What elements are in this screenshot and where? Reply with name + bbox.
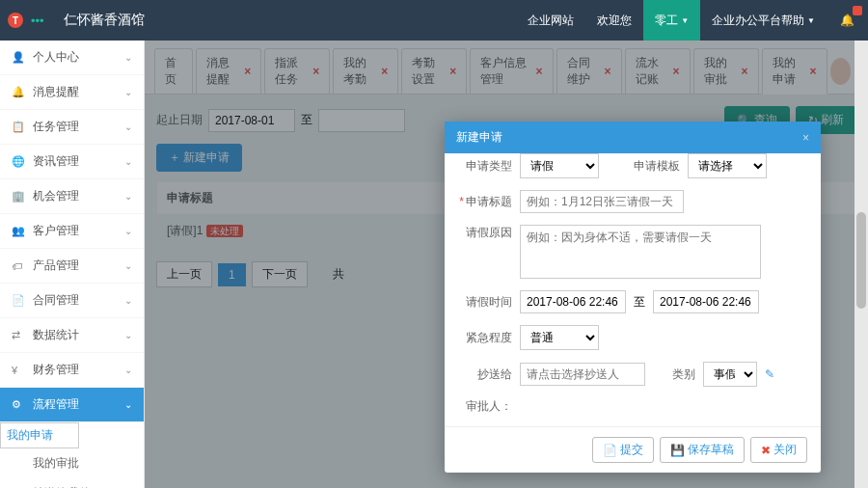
modal-footer: 📄提交 💾保存草稿 ✖关闭 (445, 426, 821, 473)
reason-textarea[interactable] (520, 225, 761, 279)
sidebar-item[interactable]: 🌐资讯管理⌄ (0, 145, 144, 179)
logo-icon: T (8, 13, 23, 28)
file-icon: 📄 (12, 294, 25, 307)
scrollbar-thumb[interactable] (856, 212, 866, 309)
tag-icon: 🏷 (12, 260, 25, 272)
sidebar-sub-my-approve[interactable]: 我的审批 (0, 448, 144, 478)
sidebar-item[interactable]: 📄合同管理⌄ (0, 284, 144, 318)
edit-icon[interactable]: ✎ (765, 367, 774, 381)
top-link-site[interactable]: 企业网站 (516, 0, 585, 41)
top-bar: T ••• 仁怀酱香酒馆 企业网站 欢迎您 零工▼ 企业办公平台帮助▼ 🔔 (0, 0, 868, 41)
category-label: 类别 (672, 366, 695, 383)
brand-title: 仁怀酱香酒馆 (64, 12, 517, 29)
building-icon: 🏢 (12, 190, 25, 203)
shuffle-icon: ⇄ (12, 329, 25, 341)
sidebar-item[interactable]: 👤个人中心⌄ (0, 41, 144, 75)
title-input[interactable] (520, 190, 684, 213)
chevron-down-icon: ⌄ (124, 52, 132, 63)
users-icon: 👥 (12, 225, 25, 237)
close-button[interactable]: ✖关闭 (750, 437, 807, 463)
title-label: *申请标题 (458, 194, 512, 210)
notification-icon[interactable]: 🔔 (827, 0, 868, 41)
chevron-down-icon: ⌄ (124, 87, 132, 97)
chevron-down-icon: ⌄ (124, 365, 132, 375)
sidebar-item[interactable]: ¥财务管理⌄ (0, 353, 144, 388)
globe-icon: 🌐 (12, 155, 25, 168)
category-select[interactable]: 事假 (703, 362, 757, 387)
user-icon: 👤 (12, 51, 25, 64)
chevron-down-icon: ⌄ (124, 122, 132, 132)
bell-icon: 🔔 (12, 86, 25, 98)
reason-label: 请假原因 (458, 225, 512, 241)
caret-down-icon: ▼ (807, 16, 815, 25)
approver-label: 审批人： (458, 398, 512, 415)
notification-badge (853, 6, 862, 15)
sidebar-item[interactable]: 📋任务管理⌄ (0, 110, 144, 145)
urgency-select[interactable]: 普通 (520, 325, 599, 350)
top-link-welcome[interactable]: 欢迎您 (585, 0, 643, 41)
modal-header: 新建申请 × (445, 122, 821, 153)
yen-icon: ¥ (12, 365, 25, 376)
template-select[interactable]: 请选择 (688, 153, 767, 178)
top-link-help[interactable]: 企业办公平台帮助▼ (700, 0, 827, 41)
modal-close-icon[interactable]: × (802, 131, 809, 145)
time-start-input[interactable] (520, 290, 626, 313)
sidebar-item[interactable]: 🏢机会管理⌄ (0, 179, 144, 214)
modal-title: 新建申请 (456, 129, 502, 146)
modal-new-apply: 新建申请 × 申请类型 请假 申请模板 请选择 *申请标题 请假原因 (445, 122, 821, 473)
top-link-role[interactable]: 零工▼ (643, 0, 700, 41)
caret-down-icon: ▼ (681, 16, 689, 25)
sidebar-item[interactable]: 🔔消息提醒⌄ (0, 75, 144, 110)
chevron-down-icon: ⌄ (124, 295, 132, 306)
cc-label: 抄送给 (458, 366, 512, 383)
gear-icon: ⚙ (12, 398, 25, 411)
time-to: 至 (634, 294, 645, 311)
sidebar-item[interactable]: ⇄数据统计⌄ (0, 318, 144, 353)
sidebar-sub-cc[interactable]: 抄送给我的 (0, 478, 144, 488)
save-draft-button[interactable]: 💾保存草稿 (660, 437, 745, 463)
template-label: 申请模板 (634, 158, 680, 175)
chevron-down-icon: ⌄ (124, 191, 132, 202)
time-end-input[interactable] (653, 290, 759, 313)
type-select[interactable]: 请假 (520, 153, 599, 178)
sidebar-sub-my-apply[interactable]: 我的申请 (0, 422, 79, 448)
time-label: 请假时间 (458, 294, 512, 311)
urgency-label: 紧急程度 (458, 330, 512, 346)
cc-input[interactable] (520, 363, 645, 386)
type-label: 申请类型 (458, 158, 512, 175)
chevron-down-icon: ⌄ (124, 226, 132, 236)
chevron-down-icon: ⌄ (124, 260, 132, 271)
sidebar-item[interactable]: 👥客户管理⌄ (0, 214, 144, 249)
chevron-down-icon: ⌄ (124, 399, 132, 410)
sidebar-item-process[interactable]: ⚙流程管理⌄ (0, 388, 144, 422)
top-links: 企业网站 欢迎您 零工▼ 企业办公平台帮助▼ 🔔 (516, 0, 868, 41)
sidebar-item[interactable]: 🏷产品管理⌄ (0, 249, 144, 284)
sidebar: 👤个人中心⌄ 🔔消息提醒⌄ 📋任务管理⌄ 🌐资讯管理⌄ 🏢机会管理⌄ 👥客户管理… (0, 41, 145, 488)
list-icon: 📋 (12, 121, 25, 133)
chevron-down-icon: ⌄ (124, 156, 132, 167)
logo-text: ••• (31, 14, 44, 28)
submit-button[interactable]: 📄提交 (592, 437, 654, 463)
main-content: 首页 消息提醒× 指派任务× 我的考勤× 考勤设置× 客户信息管理× 合同维护×… (145, 41, 868, 488)
chevron-down-icon: ⌄ (124, 330, 132, 340)
